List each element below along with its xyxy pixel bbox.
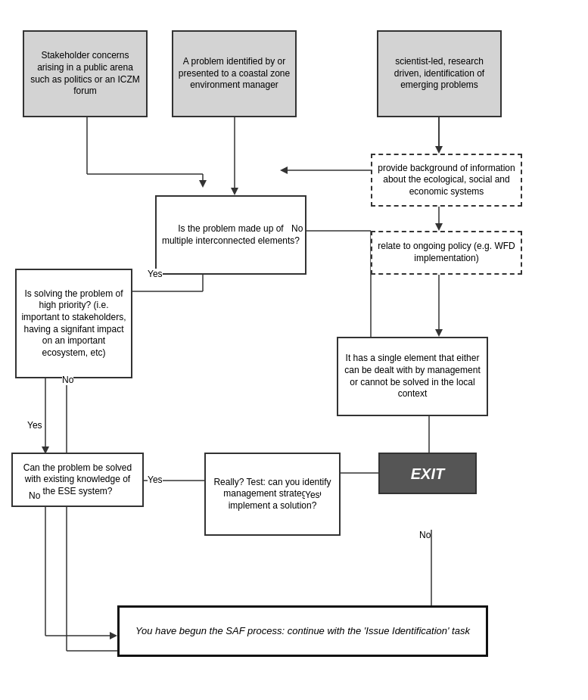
svg-marker-9 [280, 166, 288, 174]
flowchart-diagram: Stakeholder concerns arising in a public… [0, 0, 588, 700]
exit-box: EXIT [378, 453, 477, 494]
svg-marker-5 [231, 188, 238, 195]
label-no3: No [419, 530, 431, 540]
label-yes3: Yes [148, 474, 163, 485]
label-yes-exit: Yes [305, 490, 320, 500]
label-no1: No [291, 223, 303, 234]
label-no2: No [62, 375, 73, 385]
problem-manager-box: A problem identified by or presented to … [172, 30, 297, 117]
label-yes2: Yes [27, 420, 42, 431]
label-no4: No [29, 490, 40, 501]
stakeholder-box: Stakeholder concerns arising in a public… [23, 30, 148, 117]
provide-background-box: provide background of information about … [371, 154, 522, 207]
really-test-box: Really? Test: can you identify managemen… [204, 453, 341, 536]
svg-marker-12 [435, 223, 443, 231]
high-priority-box: Is solving the problem of high priority?… [15, 269, 132, 378]
svg-marker-7 [435, 146, 443, 154]
is-multiple-box: Is the problem made up of multiple inter… [155, 195, 306, 275]
saf-process-box: You have begun the SAF process: continue… [117, 605, 488, 657]
label-yes1: Yes [148, 269, 163, 279]
single-element-box: It has a single element that either can … [337, 337, 488, 416]
scientist-led-box: scientist-led, research driven, identifi… [377, 30, 502, 117]
svg-marker-30 [110, 632, 117, 639]
svg-marker-14 [435, 329, 443, 337]
svg-marker-3 [199, 180, 207, 188]
relate-policy-box: relate to ongoing policy (e.g. WFD imple… [371, 231, 522, 275]
